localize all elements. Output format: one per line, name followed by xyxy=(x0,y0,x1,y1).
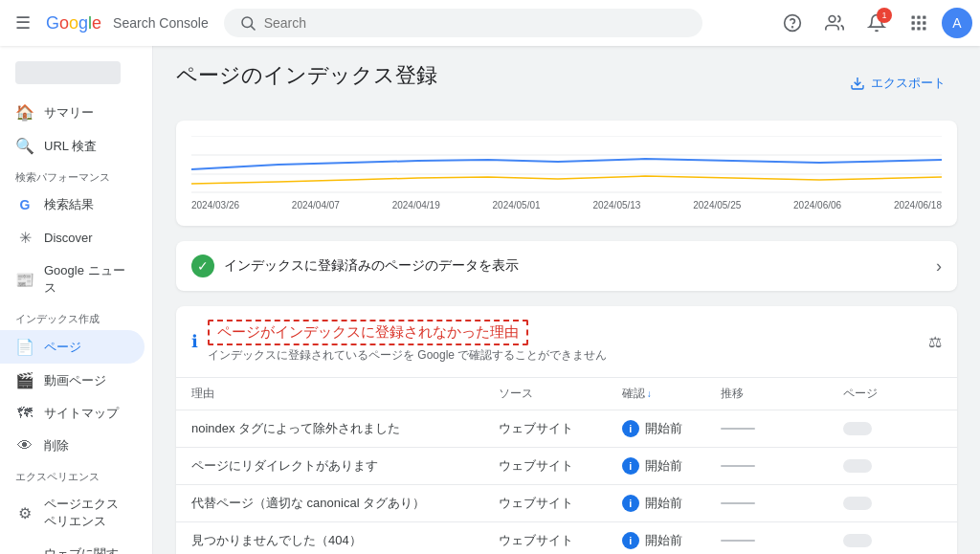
trend-line-flat xyxy=(721,502,755,504)
accounts-button[interactable] xyxy=(815,4,854,42)
filter-icon[interactable]: ⚖ xyxy=(928,333,942,351)
date-label-7: 2024/06/06 xyxy=(793,200,841,211)
page-count-value xyxy=(843,534,872,547)
col-confirm[interactable]: 確認 ↓ xyxy=(622,386,721,402)
export-button[interactable]: エクスポート xyxy=(838,69,957,98)
sidebar-section-index: インデックス作成 xyxy=(0,304,152,330)
row-trend xyxy=(721,540,844,542)
date-label-4: 2024/05/01 xyxy=(493,200,541,211)
row-reason: 代替ページ（適切な canonical タグあり） xyxy=(191,495,499,512)
page-header: ページのインデックス登録 エクスポート xyxy=(176,61,957,105)
status-dot: i xyxy=(622,532,639,549)
notifications-button[interactable]: 1 xyxy=(858,4,896,42)
avatar[interactable]: A xyxy=(942,8,972,38)
table-row[interactable]: ページにリダイレクトがあります ウェブサイト i 開始前 xyxy=(176,448,957,485)
row-reason: noindex タグによって除外されました xyxy=(191,420,499,437)
search-input[interactable] xyxy=(264,15,687,31)
col-trend: 推移 xyxy=(721,386,844,402)
status-dot: i xyxy=(622,495,639,512)
row-trend xyxy=(721,465,844,467)
status-label: 開始前 xyxy=(645,457,682,475)
info-icon: ℹ xyxy=(191,331,198,352)
search-icon xyxy=(239,14,256,32)
sidebar-item-sitemap[interactable]: 🗺 サイトマップ xyxy=(0,397,145,430)
sidebar-item-pages[interactable]: 📄 ページ xyxy=(0,330,145,364)
app-name-label: Search Console xyxy=(113,15,209,31)
svg-rect-8 xyxy=(912,21,915,24)
date-label-8: 2024/06/18 xyxy=(894,200,942,211)
sidebar-item-search-results[interactable]: G 検索結果 xyxy=(0,188,145,221)
page-title: ページのインデックス登録 xyxy=(176,61,437,90)
page-count-value xyxy=(843,497,872,510)
svg-rect-9 xyxy=(917,21,920,24)
row-pages xyxy=(843,459,942,473)
status-dot: i xyxy=(622,457,639,475)
export-label: エクスポート xyxy=(871,75,946,92)
help-icon xyxy=(783,13,802,33)
main-content: ページのインデックス登録 エクスポート 202 xyxy=(153,46,980,554)
sidebar-item-removals[interactable]: 👁 削除 xyxy=(0,430,145,462)
sidebar-label-video: 動画ページ xyxy=(44,372,106,389)
google-logo: Google xyxy=(46,13,101,33)
sidebar-label-removals: 削除 xyxy=(44,437,69,454)
sidebar-section-search-perf: 検索パフォーマンス xyxy=(0,163,152,188)
home-icon: 🏠 xyxy=(15,103,34,122)
removal-icon: 👁 xyxy=(15,437,34,454)
news-icon: 📰 xyxy=(15,271,34,289)
experience-icon: ⚙ xyxy=(15,504,34,522)
notification-badge: 1 xyxy=(877,8,892,23)
row-trend xyxy=(721,428,844,430)
svg-line-1 xyxy=(251,26,255,30)
reason-header: ℹ ページがインデックスに登録されなかった理由 インデックスに登録されているペー… xyxy=(176,306,957,378)
google-icon: G xyxy=(15,197,34,212)
chart-axis: 2024/03/26 2024/04/07 2024/04/19 2024/05… xyxy=(191,200,942,211)
table-body: noindex タグによって除外されました ウェブサイト i 開始前 ページにリ… xyxy=(176,410,957,554)
sidebar-label-vitals: ウェブに関する主な指標 xyxy=(44,545,129,554)
row-pages xyxy=(843,497,942,510)
status-dot: i xyxy=(622,420,639,437)
sidebar-item-core-vitals[interactable]: 📊 ウェブに関する主な指標 xyxy=(0,538,145,554)
chart-card: 2024/03/26 2024/04/07 2024/04/19 2024/05… xyxy=(176,121,957,226)
page-count-value xyxy=(843,459,872,473)
table-row[interactable]: 見つかりませんでした（404） ウェブサイト i 開始前 xyxy=(176,522,957,554)
help-button[interactable] xyxy=(773,4,812,42)
table-row[interactable]: 代替ページ（適切な canonical タグあり） ウェブサイト i 開始前 xyxy=(176,485,957,522)
sidebar-item-video-pages[interactable]: 🎬 動画ページ xyxy=(0,364,145,397)
status-label: 開始前 xyxy=(645,420,682,437)
menu-button[interactable]: ☰ xyxy=(8,5,38,41)
row-pages xyxy=(843,422,942,435)
sitemap-icon: 🗺 xyxy=(15,405,34,422)
sidebar-item-url-inspection[interactable]: 🔍 URL 検査 xyxy=(0,129,145,163)
indexed-data-card[interactable]: ✓ インデックスに登録済みのページのデータを表示 › xyxy=(176,241,957,291)
row-status: i 開始前 xyxy=(622,457,721,475)
sidebar-item-page-experience[interactable]: ⚙ ページエクスペリエンス xyxy=(0,488,145,538)
apps-button[interactable] xyxy=(900,4,938,42)
video-icon: 🎬 xyxy=(15,371,34,389)
date-label-2: 2024/04/07 xyxy=(292,200,340,211)
col-reason: 理由 xyxy=(191,386,499,402)
sidebar-item-summary[interactable]: 🏠 サマリー xyxy=(0,96,145,129)
search-bar[interactable] xyxy=(224,9,702,37)
pages-icon: 📄 xyxy=(15,338,34,356)
svg-rect-11 xyxy=(912,27,915,30)
row-source: ウェブサイト xyxy=(499,495,622,512)
row-reason: ページにリダイレクトがあります xyxy=(191,457,499,475)
check-icon: ✓ xyxy=(191,255,214,277)
sidebar-label-url: URL 検査 xyxy=(44,138,97,155)
row-status: i 開始前 xyxy=(622,420,721,437)
sidebar-label-summary: サマリー xyxy=(44,104,94,122)
sidebar-item-discover[interactable]: ✳ Discover xyxy=(0,221,145,255)
svg-point-4 xyxy=(829,16,835,23)
date-label-1: 2024/03/26 xyxy=(191,200,239,211)
sort-arrow: ↓ xyxy=(647,388,652,399)
table-row[interactable]: noindex タグによって除外されました ウェブサイト i 開始前 xyxy=(176,410,957,448)
row-pages xyxy=(843,534,942,547)
sidebar-label-sitemap: サイトマップ xyxy=(44,405,119,422)
svg-rect-10 xyxy=(923,21,925,24)
sidebar: 🏠 サマリー 🔍 URL 検査 検索パフォーマンス G 検索結果 ✳ Disco… xyxy=(0,46,153,554)
topbar-left: ☰ Google Search Console xyxy=(8,5,209,41)
svg-point-0 xyxy=(242,17,253,28)
reason-subtitle: インデックスに登録されているページを Google で確認することができません xyxy=(208,347,919,364)
sidebar-item-google-news[interactable]: 📰 Google ニュース xyxy=(0,255,145,304)
sidebar-label-pages: ページ xyxy=(44,339,81,356)
